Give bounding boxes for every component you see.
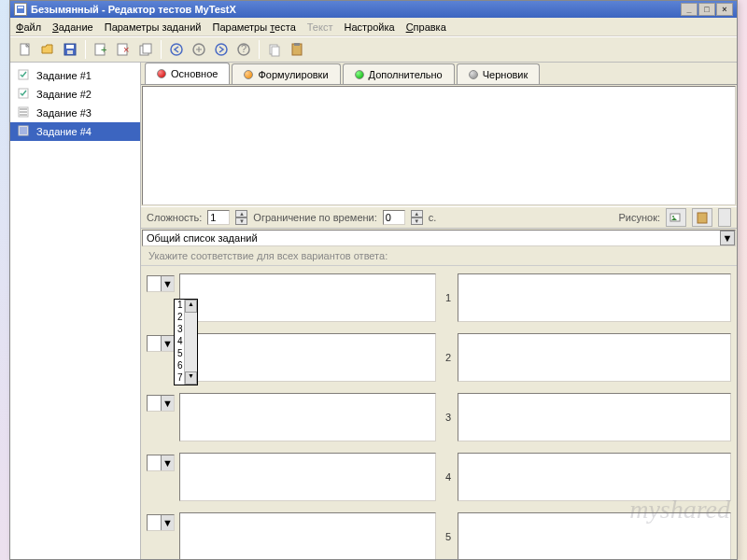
task-label: Задание #3 (36, 107, 92, 119)
answer-left-text-5[interactable] (179, 512, 436, 559)
task-icon (18, 125, 31, 138)
answer-right-text-3[interactable] (458, 393, 731, 441)
timelimit-down[interactable]: ▼ (411, 217, 423, 225)
answer-left-row: ▼ (147, 393, 436, 441)
chevron-down-icon: ▼ (161, 455, 174, 470)
svg-point-12 (171, 44, 182, 55)
sidebar-task-3[interactable]: Задание #3 (10, 104, 140, 122)
svg-text:?: ? (241, 43, 247, 54)
nav-next-button[interactable] (212, 40, 231, 59)
sidebar-task-1[interactable]: Задание #1 (10, 66, 140, 85)
answer-right-row: 1 (442, 273, 731, 322)
timelimit-label: Ограничение по времени: (253, 212, 376, 223)
timelimit-input[interactable] (383, 210, 405, 225)
scroll-up-button[interactable]: ▲ (185, 300, 197, 313)
match-dropdown-list[interactable]: 1 2 3 4 5 6 7 ▲ ▼ (174, 299, 198, 385)
tab-draft[interactable]: Черновик (457, 63, 541, 84)
menu-test-params[interactable]: Параметры теста (212, 21, 295, 33)
list-dropdown-button[interactable]: ▼ (720, 231, 735, 245)
answer-right-text-2[interactable] (458, 333, 731, 382)
menu-task-params[interactable]: Параметры заданий (105, 21, 202, 33)
task-icon (18, 106, 31, 119)
paste-button[interactable] (288, 40, 306, 59)
dropdown-scrollbar[interactable]: ▲ ▼ (184, 300, 197, 385)
maximize-button[interactable]: □ (698, 3, 715, 16)
menu-settings[interactable]: Настройка (344, 21, 394, 33)
params-row: Сложность: ▲ ▼ Ограничение по времени: ▲… (141, 206, 737, 229)
task-label: Задание #2 (36, 89, 92, 100)
menu-text: Текст (307, 21, 333, 33)
scroll-down-button[interactable]: ▼ (185, 371, 197, 385)
answer-right-row: 4 (442, 453, 731, 501)
sidebar-task-4[interactable]: Задание #4 (10, 122, 140, 141)
task-list-header[interactable]: Общий список заданий ▼ (142, 230, 736, 246)
svg-rect-11 (143, 44, 151, 53)
menu-file[interactable]: Файлdocument.currentScript.previousEleme… (16, 21, 41, 33)
nav-last-button[interactable]: ? (234, 40, 253, 59)
answer-left-row: ▼ (147, 512, 436, 559)
nav-prev-button[interactable] (190, 40, 208, 59)
close-button[interactable]: × (716, 3, 733, 16)
difficulty-up[interactable]: ▲ (235, 210, 247, 217)
tab-additional[interactable]: Дополнительно (343, 63, 455, 84)
difficulty-input[interactable] (207, 210, 230, 225)
task-label: Задание #4 (36, 126, 92, 137)
match-dropdown-4[interactable]: ▼ (147, 455, 175, 471)
svg-rect-20 (294, 43, 300, 46)
menu-task[interactable]: Задание (52, 21, 93, 33)
svg-text:×: × (123, 44, 129, 55)
task-sidebar: Задание #1 Задание #2 Задание #3 Задание… (10, 63, 141, 559)
question-editor[interactable] (142, 86, 736, 205)
answer-number: 5 (442, 512, 455, 559)
answer-left-text-2[interactable] (179, 333, 436, 382)
svg-rect-18 (272, 47, 279, 56)
chevron-down-icon: ▼ (161, 515, 174, 530)
copy-task-button[interactable] (136, 40, 155, 59)
answer-right-text-4[interactable] (458, 453, 731, 501)
tab-strip: Основное Формулировки Дополнительно Черн… (141, 63, 737, 84)
toolbar: + × ? (10, 36, 737, 63)
answer-right-text-5[interactable] (458, 512, 731, 559)
menu-help[interactable]: Справка (406, 21, 446, 33)
nav-first-button[interactable] (167, 40, 186, 59)
window-title: Безымянный - Редактор тестов MyTestX (31, 4, 236, 15)
copy-button[interactable] (265, 40, 284, 59)
answer-number: 3 (442, 393, 455, 441)
answer-right-row: 2 (442, 333, 731, 382)
image-add-button[interactable] (666, 208, 686, 227)
difficulty-down[interactable]: ▼ (235, 217, 247, 225)
timelimit-up[interactable]: ▲ (411, 210, 423, 217)
open-file-button[interactable] (38, 40, 57, 59)
answer-left-text-4[interactable] (179, 453, 436, 501)
answer-left-text-3[interactable] (179, 393, 436, 441)
new-file-button[interactable] (16, 40, 35, 59)
answer-right-text-1[interactable] (458, 273, 731, 322)
sidebar-task-2[interactable]: Задание #2 (10, 85, 140, 104)
match-dropdown-1[interactable]: ▼ (147, 275, 175, 292)
task-icon (18, 88, 31, 101)
chevron-down-icon: ▼ (161, 336, 174, 351)
chevron-down-icon: ▼ (161, 276, 174, 291)
svg-rect-4 (66, 45, 74, 49)
answer-number: 1 (442, 273, 455, 322)
add-task-button[interactable]: + (92, 40, 110, 59)
tab-dot-icon (244, 70, 253, 79)
match-dropdown-2[interactable]: ▼ (147, 335, 175, 352)
tab-formulations[interactable]: Формулировки (232, 63, 340, 84)
delete-task-button[interactable]: × (114, 40, 133, 59)
save-file-button[interactable] (61, 40, 79, 59)
image-label: Рисунок: (618, 212, 660, 223)
answer-right-row: 5 (442, 512, 731, 559)
image-menu-button[interactable] (718, 208, 731, 227)
match-dropdown-3[interactable]: ▼ (147, 395, 175, 412)
answer-left-text-1[interactable] (179, 273, 436, 322)
svg-point-26 (672, 216, 674, 217)
tab-main[interactable]: Основное (145, 63, 230, 84)
difficulty-label: Сложность: (147, 212, 202, 223)
match-dropdown-5[interactable]: ▼ (147, 514, 175, 531)
svg-rect-1 (18, 7, 23, 8)
titlebar: Безымянный - Редактор тестов MyTestX _ □… (10, 1, 737, 18)
image-paste-button[interactable] (692, 208, 712, 227)
answers-area: ▼ ▼ ▼ ▼ (141, 266, 737, 559)
minimize-button[interactable]: _ (681, 3, 698, 16)
